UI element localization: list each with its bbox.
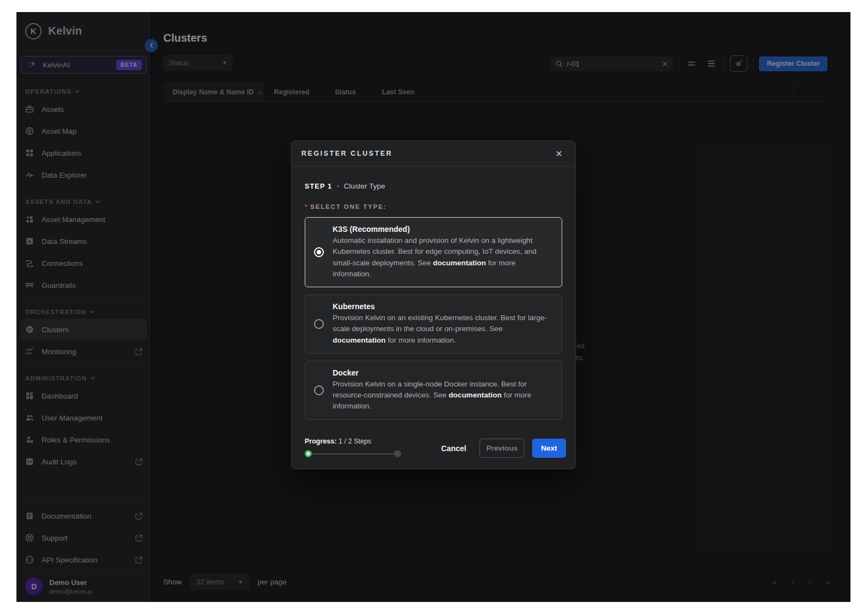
radio-unselected-icon[interactable] (314, 319, 324, 329)
next-button[interactable]: Next (532, 439, 566, 458)
option-docker[interactable]: Docker Provision Kelvin on a single-node… (305, 361, 562, 420)
progress-block: Progress: 1 / 2 Steps (305, 437, 401, 458)
required-asterisk: * (305, 203, 308, 210)
select-one-type-label: *SELECT ONE TYPE: (305, 203, 562, 210)
footer-buttons: Cancel Previous Next (436, 439, 566, 458)
option-title: K3S (Recommended) (333, 225, 553, 234)
modal-body: STEP 1 • Cluster Type *SELECT ONE TYPE: … (292, 167, 575, 437)
modal-footer: Progress: 1 / 2 Steps Cancel Previous Ne… (292, 437, 575, 469)
option-description: Provision Kelvin on a single-node Docker… (333, 379, 553, 412)
progress-label: Progress: 1 / 2 Steps (305, 437, 401, 445)
option-description: Automatic installation and provision of … (333, 235, 553, 280)
radio-unselected-icon[interactable] (314, 385, 324, 395)
radio-selected-icon[interactable] (314, 247, 324, 257)
app-window: K Kelvin˙ KelvinAI BETA OPERATIONS Asset… (16, 12, 850, 602)
modal-header: REGISTER CLUSTER ✕ (292, 141, 575, 167)
slider-thumb-end (394, 450, 401, 457)
cancel-button[interactable]: Cancel (436, 440, 472, 457)
close-icon[interactable]: ✕ (552, 147, 566, 160)
step-dot: • (337, 184, 339, 189)
modal-title: REGISTER CLUSTER (301, 150, 552, 157)
slider-thumb-current[interactable] (305, 450, 312, 457)
option-k3s[interactable]: K3S (Recommended) Automatic installation… (305, 217, 562, 287)
step-label: STEP 1 (305, 183, 332, 190)
option-title: Docker (333, 368, 553, 377)
slider-track (307, 453, 399, 454)
documentation-link[interactable]: documentation (433, 259, 486, 267)
register-cluster-modal: REGISTER CLUSTER ✕ STEP 1 • Cluster Type… (291, 140, 576, 469)
documentation-link[interactable]: documentation (449, 391, 502, 399)
previous-button[interactable]: Previous (479, 439, 524, 458)
option-description: Provision Kelvin on an existing Kubernet… (333, 312, 553, 346)
option-kubernetes[interactable]: Kubernetes Provision Kelvin on an existi… (305, 294, 562, 354)
step-indicator: STEP 1 • Cluster Type (305, 182, 562, 190)
progress-slider[interactable] (305, 450, 401, 458)
documentation-link[interactable]: documentation (333, 336, 386, 344)
option-title: Kubernetes (333, 302, 553, 311)
step-name: Cluster Type (344, 182, 385, 190)
